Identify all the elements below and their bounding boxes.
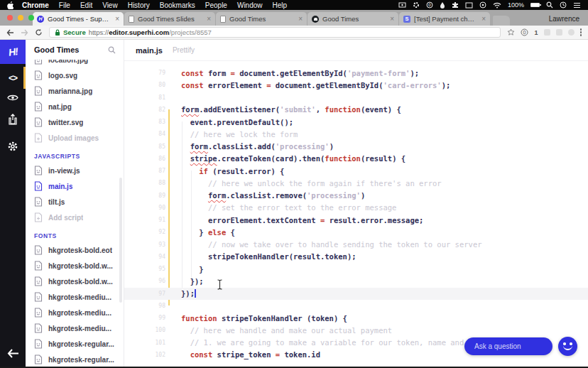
code-line[interactable]: 84 // here we lock the form: [124, 128, 588, 140]
menu-item[interactable]: People: [205, 1, 227, 9]
browser-tab[interactable]: Good Times Slides×: [124, 12, 215, 26]
code-line[interactable]: 82form.addEventListener('submit', functi…: [124, 104, 588, 116]
sidebar-file[interactable]: hkgrotesk-bold.eot: [34, 242, 124, 258]
compass-icon[interactable]: [479, 1, 486, 9]
menu-item[interactable]: View: [102, 1, 118, 9]
code-line[interactable]: 91 errorElement.textContent = result.err…: [124, 214, 588, 226]
tab-close-icon[interactable]: ×: [207, 16, 211, 23]
code-line[interactable]: 86 stripe.createToken(card).then(functio…: [124, 153, 588, 165]
zoom-window-button[interactable]: [28, 15, 34, 21]
browser-tab[interactable]: HGood Times - SuperHi×: [33, 12, 124, 26]
code-line[interactable]: 96 });: [124, 275, 588, 287]
superhi-logo[interactable]: H!: [0, 40, 26, 64]
settings-flower-icon[interactable]: [413, 1, 420, 9]
browser-tab[interactable]: Good Times×: [216, 12, 307, 26]
sidebar-file[interactable]: location.jpg: [34, 60, 124, 67]
menu-item[interactable]: History: [128, 1, 150, 9]
menu-item[interactable]: Bookmarks: [160, 1, 195, 9]
code-line[interactable]: 80const errorElement = document.getEleme…: [124, 79, 588, 91]
window-icon[interactable]: [465, 2, 473, 9]
share-upload-button[interactable]: [0, 111, 26, 128]
sidebar-file[interactable]: main.js: [34, 178, 124, 194]
droplet-icon[interactable]: [440, 1, 445, 9]
sidebar-file[interactable]: hkgrotesk-bold.w...: [34, 258, 124, 274]
close-window-button[interactable]: [7, 15, 13, 21]
ask-question-button[interactable]: Ask a question: [464, 337, 552, 355]
code-line[interactable]: 95 }: [124, 263, 588, 275]
code-line[interactable]: 89 form.classList.remove('processing'): [124, 190, 588, 202]
code-line[interactable]: 90 // set the error text to the error me…: [124, 202, 588, 214]
sidebar-file[interactable]: marianna.jpg: [34, 83, 124, 99]
sidebar-file[interactable]: hkgrotesk-regular...: [34, 352, 124, 367]
code-line[interactable]: 93 // now we take over to handle sending…: [124, 239, 588, 251]
menu-item[interactable]: Edit: [80, 1, 92, 9]
code-line[interactable]: 97});: [124, 288, 588, 300]
open-file-tab[interactable]: main.js: [136, 46, 163, 55]
notification-center-icon[interactable]: [573, 2, 581, 9]
extension-icon[interactable]: [452, 1, 459, 9]
sidebar-scrollbar[interactable]: [119, 178, 122, 303]
sidebar-file[interactable]: hkgrotesk-mediu...: [34, 305, 124, 320]
siri-clock-icon[interactable]: [560, 1, 567, 9]
reload-button[interactable]: [35, 28, 43, 36]
info-circle-icon[interactable]: 0: [521, 28, 528, 36]
address-bar[interactable]: Secure https://editor.superhi.com/projec…: [49, 27, 501, 38]
menu-item[interactable]: Help: [273, 1, 288, 9]
code-line[interactable]: 94 stripeTokenHandler(result.token);: [124, 251, 588, 263]
code-line[interactable]: 100 // here we handle and make our actua…: [124, 324, 588, 336]
new-tab-button[interactable]: [493, 16, 510, 26]
help-smiley-button[interactable]: [558, 337, 577, 356]
extension-count-badge[interactable]: 1: [534, 29, 538, 36]
sidebar-action[interactable]: Upload images: [34, 130, 124, 146]
display-icon[interactable]: [398, 2, 406, 9]
zero-badge-icon[interactable]: 0: [426, 1, 433, 9]
sidebar-file[interactable]: hkgrotesk-mediu...: [34, 320, 124, 336]
profile-name[interactable]: Lawrence: [549, 15, 579, 23]
search-icon[interactable]: [108, 46, 116, 54]
tab-close-icon[interactable]: ×: [298, 16, 303, 23]
browser-tab[interactable]: S[Test] Payment ch_1BPyR6IW×: [399, 12, 490, 26]
settings-gear-button[interactable]: [0, 138, 26, 155]
active-app-name[interactable]: Chrome: [22, 1, 49, 9]
sidebar-file[interactable]: nat.jpg: [34, 99, 124, 114]
sidebar-file[interactable]: in-view.js: [34, 163, 124, 178]
extension-icon-disabled[interactable]: [568, 29, 575, 36]
wifi-icon[interactable]: [493, 2, 501, 9]
back-arrow-button[interactable]: [0, 344, 26, 362]
extension-icon-disabled[interactable]: [556, 29, 562, 36]
code-line[interactable]: 85 form.classList.add('processing'): [124, 141, 588, 153]
code-line[interactable]: 98: [124, 300, 588, 312]
sidebar-file[interactable]: twitter.svg: [34, 114, 124, 130]
forward-button[interactable]: [21, 29, 28, 36]
back-button[interactable]: [6, 29, 14, 36]
minimize-window-button[interactable]: [18, 15, 23, 21]
chrome-menu-icon[interactable]: [580, 28, 582, 36]
sidebar-file[interactable]: hkgrotesk-bold.w...: [34, 274, 124, 289]
sidebar-file[interactable]: hkgrotesk-mediu...: [34, 289, 124, 305]
spotlight-search-icon[interactable]: [546, 1, 553, 9]
browser-tab[interactable]: Good Times×: [307, 12, 398, 26]
sidebar-file[interactable]: logo.svg: [34, 67, 124, 83]
tab-close-icon[interactable]: ×: [481, 16, 486, 23]
sidebar-file[interactable]: tilt.js: [34, 194, 124, 210]
code-view-button[interactable]: <>: [0, 70, 26, 87]
bookmark-star-icon[interactable]: [507, 28, 515, 36]
prettify-button[interactable]: Prettify: [173, 46, 195, 54]
extension-icon-disabled[interactable]: [544, 29, 550, 36]
preview-eye-button[interactable]: [0, 90, 26, 105]
code-line[interactable]: 87 if (result.error) {: [124, 165, 588, 177]
code-line[interactable]: 92 } else {: [124, 226, 588, 238]
menu-item[interactable]: File: [59, 1, 70, 9]
code-line[interactable]: 99function stripeTokenHandler (token) {: [124, 312, 588, 324]
tab-close-icon[interactable]: ×: [390, 16, 394, 23]
code-line[interactable]: 83 event.preventDefault();: [124, 116, 588, 128]
sidebar-action[interactable]: Add script: [34, 210, 124, 225]
sidebar-file[interactable]: hkgrotesk-regular...: [34, 336, 124, 352]
code-line[interactable]: 79const form = document.getElementById('…: [124, 67, 588, 79]
code-line[interactable]: 81: [124, 92, 588, 104]
menu-item[interactable]: Window: [237, 1, 263, 9]
tab-close-icon[interactable]: ×: [115, 16, 119, 23]
apple-menu-icon[interactable]: [7, 1, 13, 9]
code-line[interactable]: 88 // here we unlock the form again if t…: [124, 177, 588, 189]
code-area[interactable]: 79const form = document.getElementById('…: [124, 61, 588, 367]
